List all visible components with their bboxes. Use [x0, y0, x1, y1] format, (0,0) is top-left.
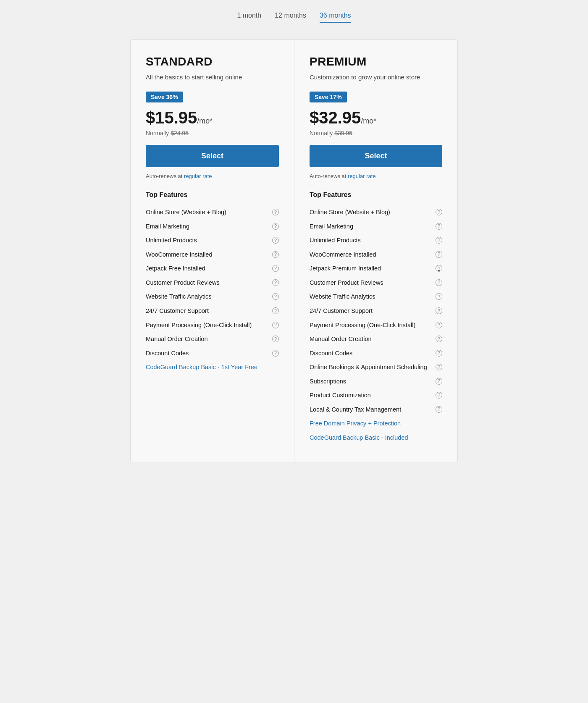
price-permonth-premium: /mo* [361, 117, 376, 125]
help-icon[interactable]: ? [436, 293, 442, 300]
price-normal-standard: Normally $24.95 [146, 130, 279, 136]
list-item: WooCommerce Installed ? [146, 248, 279, 262]
help-icon[interactable]: ? [436, 350, 442, 357]
list-item-subscriptions: Subscriptions ? [310, 375, 442, 389]
list-item: Discount Codes ? [146, 346, 279, 361]
help-icon[interactable]: ? [272, 209, 279, 215]
price-main-standard: $15.95/mo* [146, 108, 213, 127]
help-icon[interactable]: ? [272, 265, 279, 272]
list-item-appointment: Online Bookings & Appointment Scheduling… [310, 360, 442, 375]
help-icon[interactable]: ? [272, 322, 279, 328]
savings-badge-standard: Save 36% [146, 92, 183, 102]
price-row-premium: $32.95/mo* [310, 108, 442, 127]
help-icon[interactable]: ? [272, 279, 279, 286]
list-item-product-customization: Product Customization ? [310, 388, 442, 403]
period-tabs: 1 month 12 months 36 months [0, 0, 588, 31]
plan-card-premium: PREMIUM Customization to grow your onlin… [294, 39, 458, 462]
help-icon[interactable]: ? [436, 378, 442, 385]
plan-name-premium: PREMIUM [310, 55, 442, 68]
help-icon[interactable]: ? [272, 251, 279, 258]
top-features-label-standard: Top Features [146, 191, 279, 199]
auto-renew-premium: Auto-renews at regular rate [310, 173, 442, 179]
price-value-premium: $32.95 [310, 108, 361, 127]
feature-list-premium: Online Store (Website + Blog) ? Email Ma… [310, 205, 442, 445]
list-item: Jetpack Free Installed ? [146, 262, 279, 276]
price-row-standard: $15.95/mo* [146, 108, 279, 127]
help-icon[interactable]: ? [272, 237, 279, 244]
plan-name-standard: STANDARD [146, 55, 279, 68]
list-item: Payment Processing (One-Click Install) ? [146, 318, 279, 333]
savings-badge-premium: Save 17% [310, 92, 347, 102]
help-icon[interactable]: ? [436, 279, 442, 286]
help-icon[interactable]: ? [436, 237, 442, 244]
help-icon[interactable]: ? [436, 392, 442, 399]
list-item: Discount Codes ? [310, 346, 442, 361]
plan-card-standard: STANDARD All the basics to start selling… [130, 39, 294, 462]
price-normal-premium: Normally $39.95 [310, 130, 442, 136]
list-item: 24/7 Customer Support ? [310, 304, 442, 318]
list-item: Online Store (Website + Blog) ? [146, 205, 279, 220]
help-icon[interactable]: ? [272, 223, 279, 230]
list-item-jetpack-premium: Jetpack Premium Installed ? [310, 262, 442, 276]
price-permonth-standard: /mo* [197, 117, 213, 125]
list-item-local-tax: Local & Country Tax Management ? [310, 403, 442, 417]
help-icon[interactable]: ? [436, 265, 442, 272]
list-item: Customer Product Reviews ? [310, 276, 442, 290]
price-value-standard: $15.95 [146, 108, 197, 127]
list-item: Email Marketing ? [310, 220, 442, 234]
list-item: Manual Order Creation ? [310, 332, 442, 346]
list-item: WooCommerce Installed ? [310, 248, 442, 262]
list-item: Payment Processing (One-Click Install) ? [310, 318, 442, 333]
list-item: Unlimited Products ? [310, 233, 442, 248]
plan-description-premium: Customization to grow your online store [310, 73, 442, 81]
list-item: CodeGuard Backup Basic - 1st Year Free [146, 360, 279, 375]
list-item: Website Traffic Analytics ? [146, 290, 279, 304]
help-icon[interactable]: ? [436, 251, 442, 258]
help-icon[interactable]: ? [436, 336, 442, 342]
list-item: Unlimited Products ? [146, 233, 279, 248]
plans-container: STANDARD All the basics to start selling… [0, 31, 588, 479]
plan-description-standard: All the basics to start selling online [146, 73, 279, 81]
help-icon[interactable]: ? [436, 307, 442, 314]
select-button-standard[interactable]: Select [146, 145, 279, 167]
select-button-premium[interactable]: Select [310, 145, 442, 167]
help-icon[interactable]: ? [436, 223, 442, 230]
tab-12months[interactable]: 12 months [275, 12, 306, 23]
tab-36months[interactable]: 36 months [320, 12, 351, 23]
help-icon[interactable]: ? [436, 406, 442, 413]
list-item: Online Store (Website + Blog) ? [310, 205, 442, 220]
help-icon[interactable]: ? [436, 209, 442, 215]
tab-1month[interactable]: 1 month [237, 12, 261, 23]
list-item: Website Traffic Analytics ? [310, 290, 442, 304]
help-icon[interactable]: ? [272, 336, 279, 342]
list-item: Customer Product Reviews ? [146, 276, 279, 290]
list-item-domain-privacy: Free Domain Privacy + Protection [310, 417, 442, 431]
list-item-codeguard: CodeGuard Backup Basic - Included [310, 431, 442, 445]
help-icon[interactable]: ? [272, 293, 279, 300]
top-features-label-premium: Top Features [310, 191, 442, 199]
list-item: 24/7 Customer Support ? [146, 304, 279, 318]
help-icon[interactable]: ? [436, 364, 442, 370]
feature-list-standard: Online Store (Website + Blog) ? Email Ma… [146, 205, 279, 375]
list-item: Email Marketing ? [146, 220, 279, 234]
auto-renew-standard: Auto-renews at regular rate [146, 173, 279, 179]
help-icon[interactable]: ? [436, 322, 442, 328]
help-icon[interactable]: ? [272, 350, 279, 357]
help-icon[interactable]: ? [272, 307, 279, 314]
price-main-premium: $32.95/mo* [310, 108, 376, 127]
regular-rate-link-standard[interactable]: regular rate [184, 173, 212, 179]
page-wrapper: 1 month 12 months 36 months STANDARD All… [0, 0, 588, 703]
list-item: Manual Order Creation ? [146, 332, 279, 346]
regular-rate-link-premium[interactable]: regular rate [348, 173, 375, 179]
